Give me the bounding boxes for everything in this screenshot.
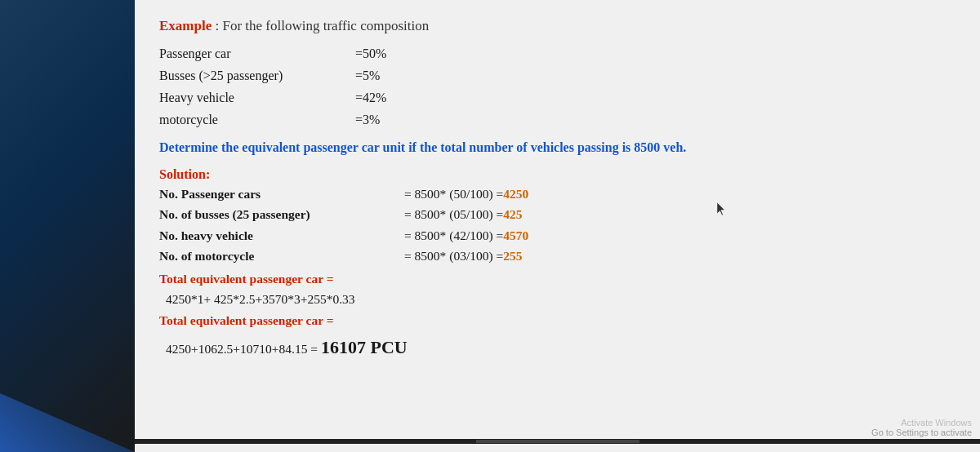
calc-line-1: 4250*1+ 425*2.5+3570*3+255*0.33: [166, 290, 956, 308]
solution-row-busses: No. of busses (25 passenger) = 8500* (05…: [159, 204, 956, 225]
windows-line2: Go to Settings to activate: [871, 428, 972, 437]
mouse-cursor: [717, 202, 727, 217]
sol-busses-equation: = 8500* (05/100) =: [404, 204, 503, 225]
traffic-row-motorcycle: motorcycle =3%: [159, 109, 956, 131]
question-text: Determine the equivalent passenger car u…: [159, 138, 956, 157]
heavy-vehicle-value: =42%: [355, 86, 386, 109]
heavy-vehicle-label: Heavy vehicle: [159, 86, 355, 109]
example-title: Example : For the following traffic comp…: [159, 16, 956, 36]
final-result: 16107 PCU: [321, 337, 408, 357]
motorcycle-label: motorcycle: [159, 109, 355, 131]
windows-activation-notice: Activate Windows Go to Settings to activ…: [871, 418, 972, 437]
busses-label: Busses (>25 passenger): [159, 64, 355, 86]
sol-busses-result: 425: [503, 204, 522, 225]
example-intro: : For the following traffic composition: [212, 18, 429, 33]
traffic-row-heavy: Heavy vehicle =42%: [159, 86, 956, 109]
bottom-line-decoration: [476, 440, 639, 443]
total-label-2: Total equivalent passenger car =: [159, 310, 956, 331]
sol-motorcycle-result: 255: [503, 246, 522, 267]
solution-section: Solution: No. Passenger cars = 8500* (50…: [159, 167, 956, 363]
final-calculation-line: 4250+1062.5+10710+84.15 = 16107 PCU: [166, 332, 956, 362]
sol-passenger-label: No. Passenger cars: [159, 184, 404, 205]
passenger-car-value: =50%: [355, 42, 386, 64]
busses-value: =5%: [355, 64, 380, 86]
traffic-row-busses: Busses (>25 passenger) =5%: [159, 64, 956, 86]
sol-passenger-result: 4250: [503, 184, 528, 205]
left-bar-accent: [0, 354, 135, 452]
main-content: Example : For the following traffic comp…: [135, 0, 980, 452]
bottom-bar: [135, 439, 980, 444]
total-label-1: Total equivalent passenger car =: [159, 268, 956, 290]
solution-title: Solution:: [159, 167, 956, 182]
solution-row-motorcycle: No. of motorcycle = 8500* (03/100) = 255: [159, 246, 956, 267]
solution-row-heavy: No. heavy vehicle = 8500* (42/100) = 457…: [159, 225, 956, 246]
sol-busses-label: No. of busses (25 passenger): [159, 204, 404, 225]
sol-heavy-label: No. heavy vehicle: [159, 225, 404, 246]
example-word: Example: [159, 18, 212, 33]
final-calc-prefix: 4250+1062.5+10710+84.15 =: [166, 342, 321, 356]
sol-motorcycle-label: No. of motorcycle: [159, 246, 404, 267]
traffic-row-passenger: Passenger car =50%: [159, 42, 956, 64]
passenger-car-label: Passenger car: [159, 42, 355, 64]
solution-row-passenger: No. Passenger cars = 8500* (50/100) = 42…: [159, 184, 956, 205]
windows-line1: Activate Windows: [871, 418, 972, 428]
sol-heavy-equation: = 8500* (42/100) =: [404, 225, 503, 246]
motorcycle-value: =3%: [355, 109, 380, 131]
sol-heavy-result: 4570: [503, 225, 528, 246]
left-bar: [0, 0, 135, 452]
traffic-composition-table: Passenger car =50% Busses (>25 passenger…: [159, 42, 956, 131]
sol-motorcycle-equation: = 8500* (03/100) =: [404, 246, 503, 267]
sol-passenger-equation: = 8500* (50/100) =: [404, 184, 503, 205]
